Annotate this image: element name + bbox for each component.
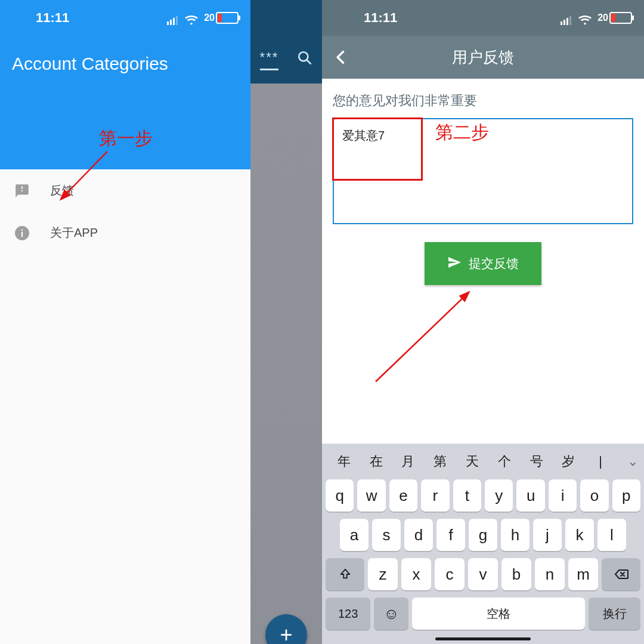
menu-item-label: 关于APP	[50, 225, 98, 241]
status-bar-left: 11:11 20	[0, 0, 250, 36]
svg-rect-5	[21, 231, 23, 237]
numbers-key[interactable]: 123	[326, 597, 370, 630]
signal-icon	[561, 13, 572, 23]
menu-item-feedback[interactable]: 反馈	[0, 169, 250, 212]
key[interactable]: c	[435, 558, 465, 590]
menu-item-label: 反馈	[50, 182, 74, 199]
emoji-key[interactable]: ☺	[374, 597, 408, 630]
submit-label: 提交反馈	[469, 255, 519, 272]
keyboard-row2: a s d f g h j k l	[322, 515, 644, 555]
svg-rect-0	[167, 21, 169, 25]
key[interactable]: l	[597, 519, 626, 551]
middle-body-scrim: +	[250, 83, 322, 644]
key[interactable]: d	[404, 519, 433, 551]
info-icon	[14, 225, 30, 241]
submit-feedback-button[interactable]: 提交反馈	[425, 242, 541, 285]
key[interactable]: v	[468, 558, 498, 590]
shift-key[interactable]	[326, 558, 364, 590]
return-key[interactable]: 换行	[589, 597, 640, 630]
suggestion-key[interactable]: 个	[488, 453, 521, 470]
svg-rect-3	[176, 16, 178, 25]
key[interactable]: r	[421, 479, 449, 512]
backspace-icon	[614, 567, 628, 581]
space-key[interactable]: 空格	[412, 597, 585, 630]
send-icon	[447, 255, 462, 273]
menu-item-about[interactable]: 关于APP	[0, 212, 250, 254]
backspace-key[interactable]	[602, 558, 640, 590]
nav-bar: 用户反馈	[322, 36, 644, 79]
key[interactable]: u	[516, 479, 544, 512]
key[interactable]: y	[485, 479, 513, 512]
suggestion-key[interactable]: 天	[456, 453, 488, 470]
suggestion-key[interactable]: 第	[424, 453, 456, 470]
suggestion-key[interactable]: 岁	[552, 453, 584, 470]
feedback-textarea[interactable]	[334, 119, 632, 223]
key[interactable]: t	[453, 479, 481, 512]
battery-percent: 20	[597, 13, 608, 23]
feedback-content: 您的意见对我们非常重要 第二步 提交反馈	[322, 79, 644, 285]
key[interactable]: z	[368, 558, 398, 590]
key[interactable]: i	[549, 479, 577, 512]
middle-toolbar-fragment: ***	[250, 36, 322, 83]
svg-line-14	[376, 297, 464, 382]
suggestion-key[interactable]: 月	[392, 453, 425, 470]
asterisks-icon[interactable]: ***	[260, 49, 279, 70]
suggestion-key[interactable]: 年	[328, 453, 360, 470]
status-time: 11:11	[36, 10, 69, 26]
suggestion-key[interactable]: 在	[360, 453, 392, 470]
feedback-prompt: 您的意见对我们非常重要	[333, 92, 633, 110]
right-phone-feedback: 11:11 20 用户反馈 您的意见对我们非常重要 第二步	[322, 0, 644, 644]
svg-rect-6	[21, 229, 23, 230]
svg-rect-12	[566, 18, 568, 25]
battery-percent: 20	[204, 13, 215, 23]
keyboard-row3: z x c v b n m	[322, 555, 644, 594]
svg-rect-11	[564, 20, 565, 25]
key[interactable]: k	[565, 519, 594, 551]
feedback-textarea-wrap	[333, 118, 633, 224]
suggestion-key[interactable]: |	[584, 454, 617, 469]
shift-icon	[339, 568, 352, 581]
key[interactable]: f	[436, 519, 465, 551]
fab-add-button[interactable]: +	[265, 614, 307, 644]
keyboard-row1: q w e r t y u i o p	[322, 476, 644, 515]
keyboard-row4: 123 ☺ 空格 换行	[322, 594, 644, 633]
key[interactable]: e	[389, 479, 417, 512]
key[interactable]: j	[533, 519, 562, 551]
key[interactable]: n	[535, 558, 565, 590]
wifi-icon	[185, 13, 198, 23]
key[interactable]: s	[372, 519, 401, 551]
svg-rect-10	[561, 21, 562, 25]
svg-rect-2	[173, 18, 175, 25]
status-time: 11:11	[364, 10, 397, 26]
keyboard: 年 在 月 第 天 个 号 岁 | ⌄ q w e r t y u i o p …	[322, 444, 644, 644]
emoji-icon: ☺	[383, 605, 400, 623]
nav-title: 用户反馈	[452, 47, 514, 68]
key[interactable]: w	[357, 479, 385, 512]
key[interactable]: o	[580, 479, 608, 512]
keyboard-suggestions: 年 在 月 第 天 个 号 岁 | ⌄	[322, 447, 644, 476]
middle-statusbar-fragment	[250, 0, 322, 36]
key[interactable]: x	[401, 558, 431, 590]
signal-icon	[167, 13, 179, 23]
key[interactable]: a	[340, 519, 369, 551]
back-button[interactable]	[329, 45, 353, 69]
key[interactable]: q	[326, 479, 354, 512]
key[interactable]: m	[568, 558, 598, 590]
svg-line-9	[307, 60, 311, 64]
key[interactable]: g	[469, 519, 497, 551]
key[interactable]: p	[612, 479, 640, 512]
status-bar-right: 11:11 20	[322, 0, 644, 36]
status-right: 20	[167, 12, 239, 24]
svg-rect-1	[170, 20, 172, 25]
key[interactable]: b	[501, 558, 531, 590]
battery-indicator: 20	[597, 12, 632, 24]
drawer-menu: 反馈 关于APP	[0, 169, 250, 254]
left-phone-drawer: 11:11 20 Account Categories 反馈	[0, 0, 250, 644]
key[interactable]: h	[501, 519, 530, 551]
chevron-down-icon[interactable]: ⌄	[617, 454, 638, 469]
svg-rect-13	[569, 16, 571, 25]
search-icon[interactable]	[297, 50, 312, 69]
left-header: 11:11 20 Account Categories	[0, 0, 250, 169]
home-indicator	[322, 633, 644, 644]
suggestion-key[interactable]: 号	[521, 453, 553, 470]
